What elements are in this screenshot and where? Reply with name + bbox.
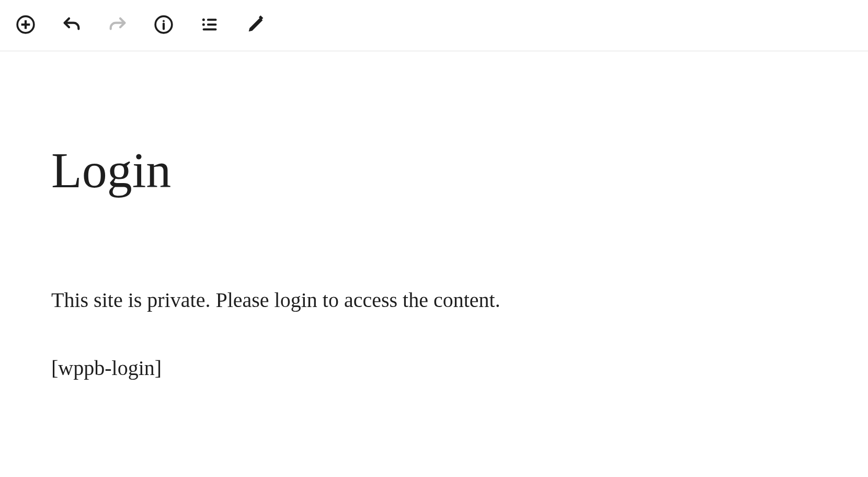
svg-point-8 [202,24,205,26]
svg-point-4 [163,20,165,22]
edit-button[interactable] [243,13,268,38]
info-icon [153,14,174,37]
undo-icon [61,14,82,37]
page-title[interactable]: Login [51,145,817,196]
svg-rect-9 [207,24,216,26]
info-button[interactable] [151,13,176,38]
editor-toolbar [0,0,868,51]
svg-rect-10 [203,28,217,30]
plus-circle-icon [15,14,36,37]
content-paragraph[interactable]: This site is private. Please login to ac… [51,285,817,316]
redo-button[interactable] [105,13,130,38]
undo-button[interactable] [59,13,84,38]
svg-rect-7 [207,19,216,21]
redo-icon [107,14,128,37]
pencil-icon [245,14,266,37]
outline-button[interactable] [197,13,222,38]
shortcode-block[interactable]: [wppb-login] [51,353,817,384]
editor-content[interactable]: Login This site is private. Please login… [0,51,868,384]
svg-point-6 [202,18,205,21]
list-icon [199,14,220,37]
add-block-button[interactable] [13,13,38,38]
